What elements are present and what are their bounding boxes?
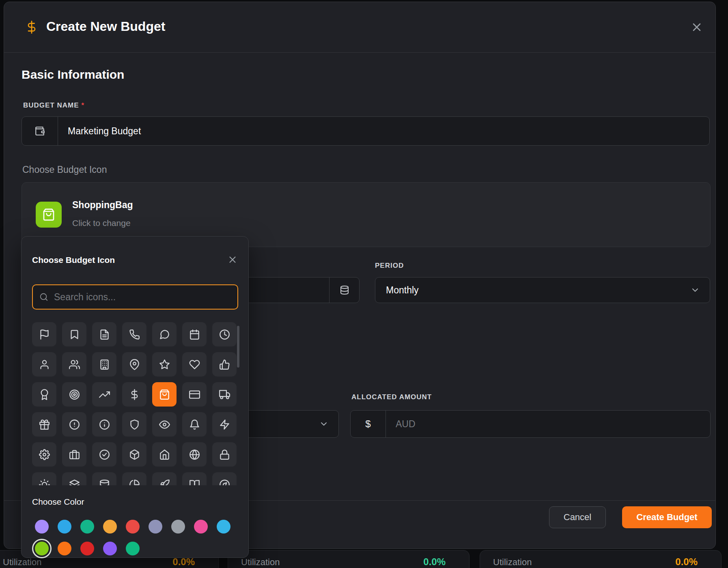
message-circle-icon <box>159 329 170 340</box>
icon-tile-building[interactable] <box>92 352 116 377</box>
users-icon <box>69 359 80 370</box>
icon-tile-home[interactable] <box>152 442 177 467</box>
home-icon <box>159 449 170 460</box>
award-icon <box>39 389 50 400</box>
cancel-button[interactable]: Cancel <box>549 506 606 528</box>
flag-icon <box>39 329 50 340</box>
icon-tile-gift[interactable] <box>32 412 56 437</box>
icon-tile-thumbs-up[interactable] <box>212 352 237 377</box>
utilization-value: 0.0% <box>675 556 698 568</box>
color-swatch-row <box>35 542 140 555</box>
shopping-bag-icon <box>42 208 55 221</box>
icon-tile-map-pin[interactable] <box>122 352 146 377</box>
period-value: Monthly <box>375 285 690 296</box>
icon-tile-globe[interactable] <box>182 442 207 467</box>
icon-tile-message-circle[interactable] <box>152 322 177 346</box>
icon-tile-dollar-sign[interactable] <box>122 382 146 407</box>
click-to-change-hint: Click to change <box>72 218 131 228</box>
color-swatch[interactable] <box>80 542 94 555</box>
color-swatch[interactable] <box>126 542 140 555</box>
icon-tile-shield[interactable] <box>122 412 146 437</box>
icon-tile-settings[interactable] <box>32 442 56 467</box>
color-swatch[interactable] <box>171 520 185 534</box>
color-swatch[interactable] <box>58 542 71 555</box>
color-swatch[interactable] <box>149 520 162 534</box>
icon-tile-check-circle[interactable] <box>92 442 116 467</box>
zap-icon <box>219 419 230 430</box>
allocated-amount-label: ALLOCATED AMOUNT <box>351 393 432 401</box>
alert-circle-icon <box>69 419 80 430</box>
sun-icon <box>39 479 50 486</box>
screen: Utilization 0.0% Utilization 0.0% Utiliz… <box>0 0 728 568</box>
icon-tile-phone[interactable] <box>122 322 146 346</box>
icon-tile-truck[interactable] <box>212 382 237 407</box>
icon-tile-package[interactable] <box>122 442 146 467</box>
database-icon-section <box>329 278 359 303</box>
icon-tile-heart[interactable] <box>182 352 207 377</box>
icon-tile-target[interactable] <box>62 382 86 407</box>
color-swatch[interactable] <box>217 520 230 534</box>
color-swatch[interactable] <box>35 542 49 555</box>
background-budget-card: Utilization 0.0% <box>228 550 470 568</box>
icon-grid <box>32 322 238 485</box>
color-swatch[interactable] <box>35 520 49 534</box>
icon-picker-popup: Choose Budget Icon Choose Color <box>21 236 249 558</box>
icon-search-input[interactable] <box>53 291 231 303</box>
icon-tile-database[interactable] <box>92 472 116 485</box>
icon-tile-lock[interactable] <box>212 442 237 467</box>
icon-tile-compass[interactable] <box>212 472 237 485</box>
icon-tile-bookmark[interactable] <box>62 322 86 346</box>
utilization-label: Utilization <box>3 557 41 568</box>
icon-tile-book-open[interactable] <box>182 472 207 485</box>
icon-tile-sun[interactable] <box>32 472 56 485</box>
color-swatch[interactable] <box>103 542 117 555</box>
allocated-amount-input[interactable] <box>386 419 710 430</box>
color-swatch[interactable] <box>103 520 117 534</box>
icon-tile-rocket[interactable] <box>152 472 177 485</box>
icon-tile-briefcase[interactable] <box>62 442 86 467</box>
color-swatch[interactable] <box>194 520 208 534</box>
budget-name-input[interactable] <box>58 126 709 137</box>
period-select[interactable]: Monthly <box>375 277 710 303</box>
icon-tile-bell[interactable] <box>182 412 207 437</box>
icon-tile-pie-chart[interactable] <box>122 472 146 485</box>
rocket-icon <box>159 479 170 486</box>
settings-icon <box>39 449 50 460</box>
check-circle-icon <box>99 449 110 460</box>
icon-tile-eye[interactable] <box>152 412 177 437</box>
icon-tile-star[interactable] <box>152 352 177 377</box>
book-open-icon <box>189 479 200 486</box>
icon-tile-file-text[interactable] <box>92 322 116 346</box>
gift-icon <box>39 419 50 430</box>
icon-tile-user[interactable] <box>32 352 56 377</box>
scrollbar-thumb[interactable] <box>237 326 239 368</box>
credit-card-icon <box>189 389 200 400</box>
icon-picker-close-button[interactable] <box>227 254 238 265</box>
budget-name-field <box>22 116 710 146</box>
close-icon <box>227 254 238 265</box>
icon-tile-layers[interactable] <box>62 472 86 485</box>
close-button[interactable] <box>690 21 703 34</box>
icon-tile-award[interactable] <box>32 382 56 407</box>
color-swatch[interactable] <box>58 520 71 534</box>
create-budget-button[interactable]: Create Budget <box>622 506 712 528</box>
shield-icon <box>129 419 140 430</box>
database-icon <box>99 479 110 486</box>
icon-tile-credit-card[interactable] <box>182 382 207 407</box>
icon-tile-zap[interactable] <box>212 412 237 437</box>
icon-tile-shopping-bag[interactable] <box>152 382 177 407</box>
icon-tile-clock[interactable] <box>212 322 237 346</box>
compass-icon <box>219 479 230 486</box>
icon-tile-info[interactable] <box>92 412 116 437</box>
color-swatch[interactable] <box>80 520 94 534</box>
building-icon <box>99 359 110 370</box>
icon-tile-users[interactable] <box>62 352 86 377</box>
utilization-label: Utilization <box>493 557 532 568</box>
icon-tile-trending-up[interactable] <box>92 382 116 407</box>
search-icon <box>39 293 48 301</box>
target-icon <box>69 389 80 400</box>
icon-tile-calendar[interactable] <box>182 322 207 346</box>
icon-tile-flag[interactable] <box>32 322 56 346</box>
color-swatch[interactable] <box>126 520 140 534</box>
icon-tile-alert-circle[interactable] <box>62 412 86 437</box>
